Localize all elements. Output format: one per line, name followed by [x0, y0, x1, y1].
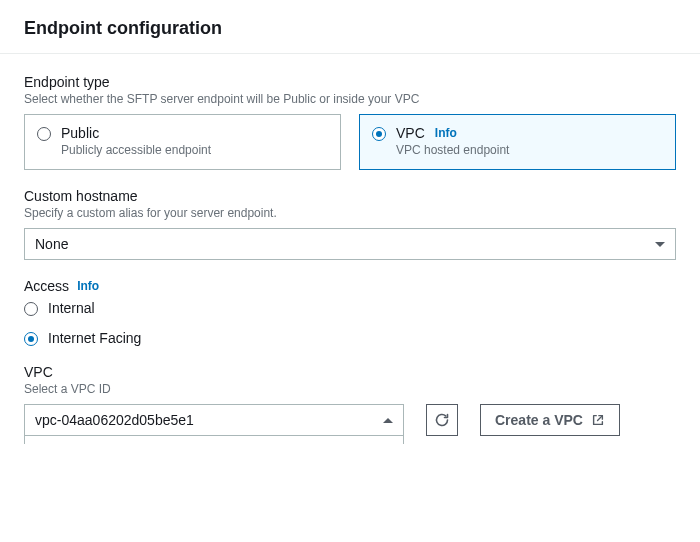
- tile-title: VPC: [396, 125, 425, 141]
- vpc-dropdown: vpc-04aa06202d05be5e1 vpc-b0dd0fc8: [24, 436, 404, 444]
- radio-icon: [372, 127, 386, 141]
- page-title: Endpoint configuration: [24, 18, 676, 39]
- endpoint-type-section: Endpoint type Select whether the SFTP se…: [24, 74, 676, 170]
- endpoint-type-tiles: Public Publicly accessible endpoint VPC …: [24, 114, 676, 170]
- tile-title: Public: [61, 125, 211, 141]
- radio-icon: [37, 127, 51, 141]
- radio-icon: [24, 302, 38, 316]
- access-label-text: Access: [24, 278, 69, 294]
- custom-hostname-label: Custom hostname: [24, 188, 676, 204]
- vpc-description: Select a VPC ID: [24, 382, 676, 396]
- vpc-section: VPC Select a VPC ID vpc-04aa06202d05be5e…: [24, 364, 676, 436]
- endpoint-type-label: Endpoint type: [24, 74, 676, 90]
- custom-hostname-section: Custom hostname Specify a custom alias f…: [24, 188, 676, 260]
- button-label: Create a VPC: [495, 412, 583, 428]
- access-internal-radio[interactable]: Internal: [24, 300, 676, 316]
- create-vpc-button[interactable]: Create a VPC: [480, 404, 620, 436]
- custom-hostname-select[interactable]: None: [24, 228, 676, 260]
- custom-hostname-description: Specify a custom alias for your server e…: [24, 206, 676, 220]
- refresh-button[interactable]: [426, 404, 458, 436]
- endpoint-type-vpc-tile[interactable]: VPC Info VPC hosted endpoint: [359, 114, 676, 170]
- page-header: Endpoint configuration: [0, 0, 700, 54]
- radio-icon: [24, 332, 38, 346]
- info-link[interactable]: Info: [435, 126, 457, 140]
- external-link-icon: [591, 413, 605, 427]
- endpoint-type-public-tile[interactable]: Public Publicly accessible endpoint: [24, 114, 341, 170]
- chevron-up-icon: [383, 418, 393, 423]
- info-link[interactable]: Info: [77, 279, 99, 293]
- select-value: None: [35, 236, 68, 252]
- access-section: Access Info Internal Internet Facing: [24, 278, 676, 346]
- radio-label: Internal: [48, 300, 95, 316]
- vpc-select[interactable]: vpc-04aa06202d05be5e1: [24, 404, 404, 436]
- chevron-down-icon: [655, 242, 665, 247]
- vpc-dropdown-search[interactable]: [25, 436, 403, 444]
- select-value: vpc-04aa06202d05be5e1: [35, 412, 194, 428]
- vpc-label: VPC: [24, 364, 676, 380]
- tile-description: Publicly accessible endpoint: [61, 143, 211, 157]
- tile-description: VPC hosted endpoint: [396, 143, 509, 157]
- endpoint-type-description: Select whether the SFTP server endpoint …: [24, 92, 676, 106]
- access-label: Access Info: [24, 278, 676, 294]
- access-internet-facing-radio[interactable]: Internet Facing: [24, 330, 676, 346]
- refresh-icon: [434, 412, 450, 428]
- radio-label: Internet Facing: [48, 330, 141, 346]
- form-body: Endpoint type Select whether the SFTP se…: [0, 54, 700, 444]
